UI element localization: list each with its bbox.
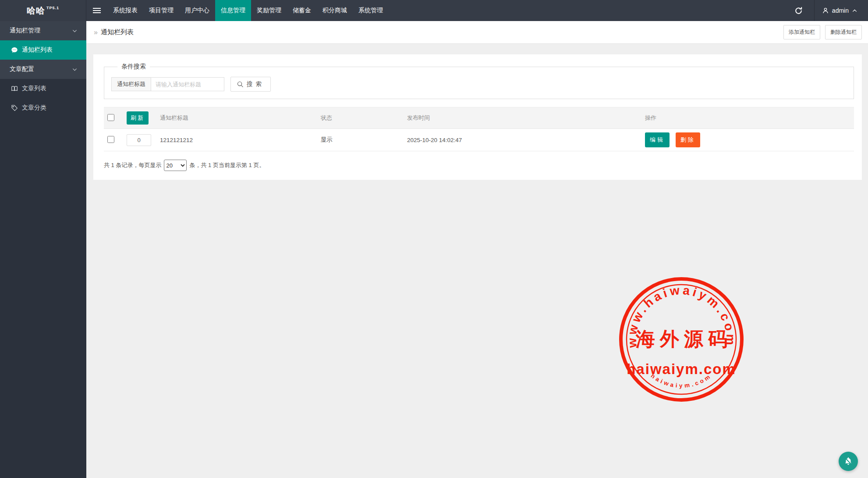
search-fieldset: 条件搜索 通知栏标题 搜索 [104,63,854,99]
sidebar-group-label: 文章配置 [10,65,34,73]
topbar: 哈哈TP5.1 系统报表 项目管理 用户中心 信息管理 奖励管理 储蓄金 积分商… [0,0,868,21]
magnifier-icon [237,81,244,88]
page-actions: 添加通知栏 删除通知栏 [783,25,862,39]
book-icon [11,85,18,92]
topnav-item-projects[interactable]: 项目管理 [143,0,179,21]
chevron-down-icon [72,67,78,72]
topnav-item-rewards[interactable]: 奖励管理 [251,0,287,21]
chevron-down-icon [72,28,78,34]
sidebar-group-notice[interactable]: 通知栏管理 [0,21,86,40]
user-menu[interactable]: admin [814,0,868,21]
refresh-icon [794,7,803,15]
sidebar-group-article[interactable]: 文章配置 [0,60,86,79]
search-button[interactable]: 搜索 [230,77,271,92]
status-badge[interactable]: 显示 [317,129,404,151]
topnav-item-info[interactable]: 信息管理 [215,0,251,21]
bell-off-icon [843,457,853,466]
search-button-label: 搜索 [247,80,265,88]
main-content: » 通知栏列表 添加通知栏 删除通知栏 条件搜索 通知栏标题 搜索 [86,21,868,478]
app-title: 哈哈 [27,5,45,17]
topnav-item-savings[interactable]: 储蓄金 [287,0,317,21]
cell-publish-time: 2025-10-20 14:02:47 [404,129,641,151]
table-row: 1212121212 显示 2025-10-20 14:02:47 编辑 删除 [104,129,854,151]
sidebar-group-label: 通知栏管理 [10,27,40,35]
breadcrumb-bar: » 通知栏列表 添加通知栏 删除通知栏 [86,21,868,44]
topnav-item-reports[interactable]: 系统报表 [107,0,143,21]
sidebar-item-label: 文章分类 [22,104,46,112]
app-version-badge: TP5.1 [46,6,59,10]
title-field-label: 通知栏标题 [111,77,151,91]
title-input-group: 通知栏标题 [111,77,224,91]
person-icon [822,7,829,14]
column-header-actions: 操作 [641,107,854,129]
topbar-spacer [389,0,783,21]
notification-toggle-fab[interactable] [839,452,858,471]
topnav-item-users[interactable]: 用户中心 [179,0,215,21]
notice-list-card: 条件搜索 通知栏标题 搜索 刷新 通知栏标题 [93,54,862,180]
notice-title-input[interactable] [151,77,224,91]
pagination-suffix: 条，共 1 页当前显示第 1 页。 [189,161,265,169]
refresh-button[interactable] [783,0,814,21]
delete-button[interactable]: 删除 [676,132,700,147]
username: admin [832,7,849,14]
sidebar-item-label: 通知栏列表 [22,46,53,54]
comment-icon [11,46,18,54]
topnav-item-mall[interactable]: 积分商城 [317,0,353,21]
page-title: 通知栏列表 [101,28,134,36]
row-checkbox[interactable] [107,136,114,143]
chevron-up-icon [852,8,857,14]
search-row: 通知栏标题 搜索 [111,77,847,92]
sidebar-toggle-button[interactable] [86,0,107,21]
delete-notice-button[interactable]: 删除通知栏 [825,25,862,39]
sidebar-item-article-list[interactable]: 文章列表 [0,79,86,98]
tag-icon [11,104,18,111]
sidebar: 通知栏管理 通知栏列表 文章配置 文章列表 文章分类 [0,21,86,478]
page-size-select[interactable]: 20 [164,160,187,171]
app-logo: 哈哈TP5.1 [0,0,86,21]
sidebar-item-notice-list[interactable]: 通知栏列表 [0,40,86,60]
notice-table: 刷新 通知栏标题 状态 发布时间 操作 1212121212 显示 2025-1… [104,107,854,151]
breadcrumb-arrow-icon: » [94,29,98,36]
cell-notice-title: 1212121212 [156,129,317,151]
sidebar-item-label: 文章列表 [22,85,46,93]
table-header-row: 刷新 通知栏标题 状态 发布时间 操作 [104,107,854,129]
sidebar-item-article-category[interactable]: 文章分类 [0,98,86,118]
topnav-item-system[interactable]: 系统管理 [353,0,389,21]
top-navigation: 系统报表 项目管理 用户中心 信息管理 奖励管理 储蓄金 积分商城 系统管理 [107,0,389,21]
search-legend: 条件搜索 [117,63,150,71]
select-all-checkbox[interactable] [107,114,114,121]
column-header-status: 状态 [317,107,404,129]
sort-input[interactable] [127,134,151,146]
column-header-title: 通知栏标题 [156,107,317,129]
pagination-prefix: 共 1 条记录，每页显示 [104,161,161,169]
column-header-time: 发布时间 [404,107,641,129]
table-refresh-button[interactable]: 刷新 [127,111,149,125]
hamburger-icon [93,8,101,9]
pagination: 共 1 条记录，每页显示 20 条，共 1 页当前显示第 1 页。 [104,160,854,171]
add-notice-button[interactable]: 添加通知栏 [783,25,820,39]
edit-button[interactable]: 编辑 [645,132,670,147]
